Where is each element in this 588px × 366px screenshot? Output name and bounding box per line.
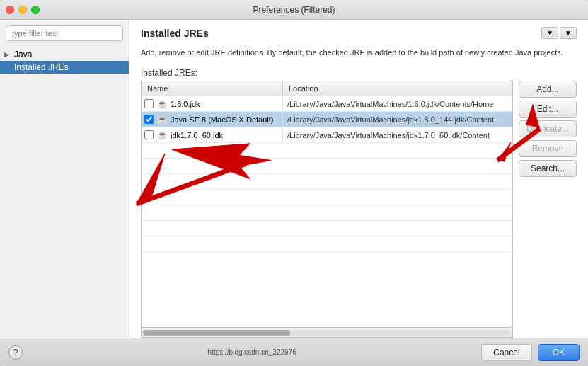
table-row-empty [142, 236, 512, 252]
ok-button[interactable]: OK [538, 344, 580, 361]
header-controls: ▼ ▼ [541, 27, 577, 39]
description-text: Add, remove or edit JRE definitions. By … [129, 43, 588, 65]
add-button[interactable]: Add... [519, 81, 577, 98]
table-row-empty [142, 205, 512, 221]
footer-url: https://blog.csdn.cn_322976 [208, 348, 296, 356]
tree-item-java[interactable]: ▶ Java [0, 48, 129, 61]
table-row-empty [142, 143, 512, 159]
help-button[interactable]: ? [8, 345, 23, 360]
cell-name-0: ☕ 1.6.0.jdk [142, 96, 283, 111]
table-area: Name Location ☕ 1.6.0.jdk /Library/J [129, 81, 588, 338]
traffic-lights [6, 6, 40, 14]
scrollbar-track [143, 330, 511, 336]
search-input[interactable] [6, 25, 123, 41]
tree-label-java: Java [14, 50, 32, 59]
table-row-empty [142, 174, 512, 190]
table-row-empty [142, 190, 512, 205]
scrollbar-thumb [143, 330, 290, 336]
header-sort-btn[interactable]: ▼ [541, 27, 558, 39]
content-header: Installed JREs ▼ ▼ [129, 20, 588, 43]
help-icon: ? [13, 348, 18, 358]
window-body: ▶ Java Installed JREs Installed JREs ▼ ▼… [0, 20, 588, 338]
tree-view: ▶ Java Installed JREs [0, 45, 129, 338]
cell-name-1: ☕ Java SE 8 (MacOS X Default) [142, 112, 283, 127]
jre-checkbox-1[interactable] [144, 115, 154, 124]
cell-location-1: /Library/Java/JavaVirtualMachines/jdk1.8… [283, 115, 512, 124]
horizontal-scrollbar[interactable] [142, 327, 512, 337]
footer: ? https://blog.csdn.cn_322976 Cancel OK [0, 338, 588, 366]
minimize-button[interactable] [18, 6, 27, 14]
jre-icon-2: ☕ [156, 130, 168, 141]
table-row[interactable]: ☕ jdk1.7.0_60.jdk /Library/Java/JavaVirt… [142, 127, 512, 143]
cell-name-2: ☕ jdk1.7.0_60.jdk [142, 127, 283, 142]
table-header: Name Location [142, 81, 512, 96]
tree-item-installed-jres[interactable]: Installed JREs [0, 61, 129, 74]
jre-table: Name Location ☕ 1.6.0.jdk /Library/J [141, 81, 513, 338]
col-header-location: Location [283, 81, 512, 96]
footer-left: ? [8, 345, 23, 360]
header-view-btn[interactable]: ▼ [560, 27, 577, 39]
close-button[interactable] [6, 6, 14, 14]
jre-icon-0: ☕ [156, 98, 168, 110]
edit-button[interactable]: Edit... [519, 101, 577, 118]
table-row-empty [142, 221, 512, 236]
installed-label: Installed JREs: [129, 65, 588, 81]
main-content: Installed JREs ▼ ▼ Add, remove or edit J… [129, 20, 588, 338]
jre-checkbox-0[interactable] [144, 99, 154, 108]
jre-checkbox-2[interactable] [144, 130, 154, 139]
table-body: ☕ 1.6.0.jdk /Library/Java/JavaVirtualMac… [142, 96, 512, 327]
cancel-button[interactable]: Cancel [481, 344, 531, 361]
expand-arrow-icon: ▶ [4, 51, 14, 58]
remove-button[interactable]: Remove [519, 140, 577, 157]
maximize-button[interactable] [31, 6, 40, 14]
content-title: Installed JREs [141, 28, 209, 39]
cell-location-0: /Library/Java/JavaVirtualMachines/1.6.0.… [283, 100, 512, 108]
sidebar: ▶ Java Installed JREs [0, 20, 129, 338]
table-row[interactable]: ☕ 1.6.0.jdk /Library/Java/JavaVirtualMac… [142, 96, 512, 112]
footer-right: Cancel OK [481, 344, 580, 361]
jre-icon-1: ☕ [156, 114, 168, 125]
cell-location-2: /Library/Java/JavaVirtualMachines/jdk1.7… [283, 131, 512, 139]
right-buttons-panel: Add... Edit... Duplicate... Remove Searc… [513, 81, 577, 338]
table-row-empty [142, 159, 512, 174]
jre-name-1: Java SE 8 (MacOS X Default) [171, 115, 274, 124]
jre-name-0: 1.6.0.jdk [171, 100, 200, 108]
titlebar: Preferences (Filtered) [0, 0, 588, 20]
window-title: Preferences (Filtered) [253, 5, 335, 15]
search-box [6, 25, 123, 41]
preferences-window: Preferences (Filtered) ▶ Java Installed … [0, 0, 588, 366]
col-header-name: Name [142, 81, 283, 96]
search-button[interactable]: Search... [519, 160, 577, 177]
table-row[interactable]: ☕ Java SE 8 (MacOS X Default) /Library/J… [142, 112, 512, 127]
tree-label-installed-jres: Installed JREs [14, 62, 69, 72]
jre-name-2: jdk1.7.0_60.jdk [171, 131, 223, 139]
duplicate-button[interactable]: Duplicate... [519, 120, 577, 137]
